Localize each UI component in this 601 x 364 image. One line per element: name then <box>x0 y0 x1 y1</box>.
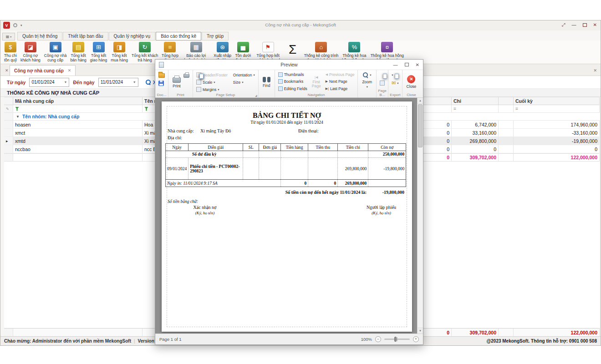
sign-note: (Ký, họ tên) <box>353 211 410 215</box>
ribbon-item-thu-chi-ton-quy[interactable]: $Thu chitồn quỹ <box>2 41 19 63</box>
ribbon-item-cong-no-khach-hang[interactable]: ◪Công nợkhách hàng <box>19 41 42 63</box>
export-file-icon <box>395 74 399 79</box>
tabstrip-close-icon[interactable]: ✕ <box>593 68 597 73</box>
filter-cell-ma[interactable] <box>13 105 143 112</box>
doc-table-header: Ngày Diễn giải SL Đơn giá Tiền hàng Tiền… <box>166 144 406 151</box>
next-page-button[interactable]: ▶Next Page <box>325 78 356 85</box>
tab-close-icon[interactable]: ✕ <box>68 68 71 73</box>
preview-scrollbar[interactable]: ▲ ▼ <box>417 98 423 334</box>
ribbon-item-cong-no-nha-cung-cap[interactable]: ▣Công nợ nhàcung cấp <box>42 41 69 63</box>
preview-close-button[interactable]: ✕ <box>416 62 419 67</box>
scale-button[interactable]: Scale▾ <box>195 79 229 86</box>
chevron-down-icon: ▾ <box>218 88 219 91</box>
zoom-slider[interactable] <box>384 339 410 340</box>
last-page-button[interactable]: ▶|Last Page <box>325 86 356 92</box>
minimize-button[interactable]: — <box>572 22 576 28</box>
first-page-button[interactable]: |◀ First Page <box>308 71 325 92</box>
collapse-triangle-icon[interactable]: ▼ <box>16 115 20 119</box>
tab-quan-tri-he-thong[interactable]: Quản trị hệ thống <box>17 32 62 40</box>
col-header-gap[interactable] <box>499 97 514 105</box>
scroll-down-icon[interactable]: ▼ <box>418 328 423 334</box>
watermark-button[interactable] <box>379 80 386 86</box>
filter-funnel-icon[interactable] <box>15 107 19 111</box>
from-date-label: Từ ngày <box>7 80 25 85</box>
col-header-ma[interactable]: Mã nhà cung cấp <box>13 97 143 105</box>
restore-button[interactable] <box>583 23 587 27</box>
page-color-button[interactable] <box>379 71 386 78</box>
group-label: Print <box>168 93 193 97</box>
thumbnails-toggle[interactable]: Thumbnails <box>277 71 308 78</box>
close-all-tabs-icon[interactable]: ✕ <box>5 68 9 73</box>
margins-button[interactable]: Margins▾ <box>195 86 229 93</box>
ribbon-item-tong-ket-giao-hang[interactable]: ⊞Tổng kếtgiao hàng <box>88 41 109 63</box>
zoom-in-icon[interactable]: + <box>413 336 419 342</box>
ribbon-item-sigma[interactable]: Σ <box>283 41 302 59</box>
save-icon <box>158 81 164 86</box>
tab-tro-giup[interactable]: Trợ giúp <box>202 32 229 40</box>
orientation-button[interactable]: Orientation▾ <box>232 71 256 78</box>
preview-maximize-button[interactable] <box>405 63 409 66</box>
report-info: Nhà cung cấp: Xi măng Tây Đô Điện thoại:… <box>168 128 406 142</box>
quick-print-button[interactable] <box>183 71 190 78</box>
receipt-icon: ▤ <box>72 42 84 52</box>
zoom-out-icon[interactable]: − <box>375 336 381 342</box>
tab-quan-ly-nghiep-vu[interactable]: Quản lý nghiệp vụ <box>109 32 156 40</box>
filter-cell-chi[interactable]: = <box>452 105 499 112</box>
ribbon-item-tong-ket-mua-hang[interactable]: ◨Tổng kếtmua hàng <box>109 41 130 63</box>
previous-page-icon: ◀ <box>326 73 328 76</box>
fullscreen-button[interactable]: ⤢ <box>562 22 565 28</box>
preview-title-bar[interactable]: Preview — ✕ <box>155 60 423 70</box>
search-icon <box>146 80 151 85</box>
zoom-slider-thumb[interactable] <box>394 337 397 342</box>
close-preview-button[interactable]: ✕ Close <box>405 71 418 92</box>
editing-fields-toggle[interactable]: Editing Fields <box>277 86 308 92</box>
to-date-input[interactable]: 11/01/2024 ▼ <box>98 78 138 87</box>
next-page-icon: ▶ <box>326 80 328 83</box>
open-document-button[interactable] <box>158 71 166 78</box>
save-document-button[interactable] <box>158 80 166 86</box>
export-file-button[interactable]: ▾ <box>391 71 399 78</box>
col-header-chi[interactable]: Chi <box>452 97 499 105</box>
chevron-down-icon[interactable]: ▼ <box>133 81 136 84</box>
supplier-value: Xi măng Tây Đô <box>200 128 231 133</box>
app-menu-button[interactable]: ▦▾ <box>2 33 15 40</box>
close-button[interactable]: ✕ <box>593 22 597 28</box>
from-date-input[interactable]: 01/01/2024 ▼ <box>29 78 69 87</box>
tab-cong-no-nha-cung-cap[interactable]: Công nợ nhà cung cấp ✕ <box>10 65 76 76</box>
preview-minimize-button[interactable]: — <box>393 62 398 67</box>
thumbnails-icon <box>278 72 283 77</box>
zoom-out-button[interactable]: ▾ <box>362 71 372 78</box>
cell-gap <box>499 137 514 145</box>
scroll-up-icon[interactable]: ▲ <box>418 98 423 104</box>
scrollbar-thumb[interactable] <box>418 104 423 147</box>
dialog-launcher-icon[interactable]: ◢ <box>255 94 257 97</box>
group-label: Export <box>388 93 402 97</box>
flag-icon: ⚑ <box>262 42 274 52</box>
previous-page-button[interactable]: ◀Previous Page <box>325 71 356 78</box>
bookmarks-toggle[interactable]: Bookmarks <box>277 78 308 85</box>
find-button[interactable]: Find <box>261 71 272 92</box>
page-info: Page 1 of 1 <box>159 337 182 342</box>
chevron-down-icon[interactable]: ▼ <box>64 81 67 84</box>
return-arrow-icon: ↻ <box>139 42 151 52</box>
to-date-label: Đến ngày <box>73 80 94 85</box>
filter-cell-cuoiky[interactable]: = <box>514 105 600 112</box>
send-email-button[interactable]: ✉▾ <box>391 80 399 86</box>
from-date-value: 01/01/2024 <box>31 80 54 85</box>
filter-cell-gap[interactable] <box>499 105 514 112</box>
cell-gap <box>499 129 514 136</box>
row-indicator <box>4 145 13 153</box>
filter-funnel-icon[interactable] <box>144 107 148 111</box>
address-label: Địa chỉ: <box>168 135 182 140</box>
ribbon-item-tong-ket-ban-hang[interactable]: ▤Tổng kếtbán hàng <box>68 41 88 63</box>
print-button[interactable]: Print <box>171 71 183 92</box>
zoom-button[interactable]: Zoom ▾ <box>360 80 374 89</box>
printer-icon <box>183 74 189 78</box>
pencil-icon: ✎ <box>6 107 9 111</box>
size-button[interactable]: Size▾ <box>232 79 256 86</box>
tab-bao-cao-thong-ke[interactable]: Báo cáo thống kê <box>156 32 201 40</box>
grand-total-cuoiky: 122,000,000 <box>514 329 600 336</box>
col-header-cuoiky[interactable]: Cuối kỳ <box>514 97 600 105</box>
tab-thiet-lap-ban-dau[interactable]: Thiết lập ban đầu <box>63 32 108 40</box>
cell-cuoiky: -19,800,000 <box>514 137 600 145</box>
